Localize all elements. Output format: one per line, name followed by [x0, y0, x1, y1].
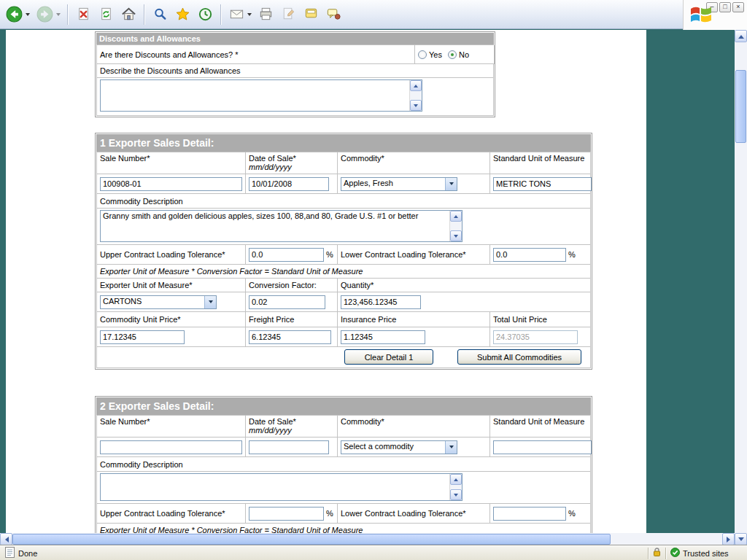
messenger-button[interactable]: [301, 3, 322, 26]
table-row: Sale Number* Date of Sale*mm/dd/yyyy Com…: [97, 416, 591, 438]
page-viewport: Discounts and Allowances Are there Disco…: [0, 30, 735, 533]
mail-button[interactable]: [226, 3, 254, 26]
detail2-sale-number-input[interactable]: [100, 440, 242, 454]
textarea-scrollbar[interactable]: [409, 80, 422, 111]
table-row: [97, 327, 591, 347]
detail2-commodity-description-textarea[interactable]: [100, 473, 462, 501]
textarea-scrollbar[interactable]: [449, 474, 462, 500]
messenger-icon: [303, 6, 320, 23]
toolbar-separator: [144, 4, 145, 25]
stop-button[interactable]: [73, 3, 94, 26]
textarea-scrollbar[interactable]: [449, 211, 462, 241]
forward-button[interactable]: [34, 3, 63, 26]
table-row: Commodity Description: [97, 194, 591, 209]
detail1-commodity-description-textarea[interactable]: Granny smith and golden delicious apples…: [100, 210, 462, 242]
detail2-standard-unit-input[interactable]: [493, 440, 592, 454]
search-button[interactable]: [150, 3, 171, 26]
scroll-down-button[interactable]: [450, 230, 462, 241]
scroll-down-button[interactable]: [735, 533, 747, 545]
table-row: [97, 472, 591, 504]
detail2-commodity-select-value: Select a commodity: [341, 441, 445, 454]
print-icon: [258, 6, 274, 23]
refresh-button[interactable]: [96, 3, 117, 26]
detail1-freight-price-input[interactable]: [249, 330, 331, 344]
detail1-upper-tolerance-input[interactable]: [249, 248, 324, 262]
scroll-up-button[interactable]: [450, 474, 462, 485]
vertical-scroll-thumb[interactable]: [735, 70, 746, 143]
back-dropdown-icon: [26, 13, 30, 16]
detail1-date-of-sale-input[interactable]: [249, 177, 329, 191]
table-row: Exporter Unit of Measure * Conversion Fa…: [97, 265, 591, 279]
discounts-no-radio[interactable]: [448, 50, 457, 59]
page: Discounts and Allowances Are there Disco…: [6, 30, 646, 533]
detail1-standard-unit-input[interactable]: [493, 177, 592, 191]
detail1-exporter-unit-header: Exporter Unit of Measure*: [97, 279, 246, 292]
dropdown-arrow-icon[interactable]: [445, 441, 457, 454]
detail2-conversion-note: Exporter Unit of Measure * Conversion Fa…: [97, 524, 591, 533]
discounts-header: Discounts and Allowances: [96, 33, 494, 44]
horizontal-scrollbar[interactable]: [0, 533, 735, 545]
detail2-date-of-sale-input[interactable]: [249, 440, 329, 454]
detail2-lower-tolerance-input[interactable]: [493, 507, 566, 521]
detail1-commodity-select-value: Apples, Fresh: [341, 178, 445, 190]
restore-button[interactable]: □: [719, 2, 731, 12]
detail2-sale-number-header: Sale Number*: [97, 416, 246, 438]
percent-label: %: [326, 509, 333, 518]
scroll-left-button[interactable]: [0, 533, 12, 545]
scroll-down-button[interactable]: [410, 100, 422, 111]
detail1-commodity-unit-price-input[interactable]: [100, 330, 185, 344]
detail1-sale-number-input[interactable]: [100, 177, 242, 191]
status-done-text: Done: [18, 549, 37, 558]
detail1-commodity-unit-price-header: Commodity Unit Price*: [97, 312, 246, 327]
horizontal-scroll-thumb[interactable]: [12, 534, 611, 545]
detail1-quantity-header: Quantity*: [338, 279, 591, 292]
mail-dropdown-icon: [247, 13, 252, 16]
clear-detail-1-button[interactable]: Clear Detail 1: [344, 349, 433, 365]
detail1-total-unit-price-header: Total Unit Price: [490, 312, 591, 327]
detail2-commodity-select[interactable]: Select a commodity: [341, 440, 457, 454]
trusted-sites-label: Trusted sites: [683, 549, 729, 558]
discuss-button[interactable]: [323, 3, 344, 26]
percent-label: %: [568, 509, 576, 518]
detail1-exporter-unit-select-value: CARTONS: [101, 296, 204, 308]
edit-button[interactable]: [278, 3, 299, 26]
vertical-scrollbar[interactable]: [735, 30, 747, 545]
windows-flag-logo: [689, 4, 713, 26]
discounts-question-label: Are there Discounts and Allowances? *: [97, 45, 415, 64]
detail1-commodity-select[interactable]: Apples, Fresh: [341, 177, 457, 191]
detail1-insurance-price-input[interactable]: [341, 330, 425, 344]
submit-all-commodities-button[interactable]: Submit All Commodities: [457, 349, 581, 365]
discounts-yes-radio[interactable]: [418, 50, 427, 59]
dropdown-arrow-icon[interactable]: [445, 178, 457, 190]
close-button[interactable]: ×: [732, 2, 744, 12]
detail1-exporter-unit-select[interactable]: CARTONS: [100, 295, 217, 309]
print-button[interactable]: [255, 3, 276, 26]
throbber-area: – □ ×: [683, 0, 747, 30]
forward-dropdown-icon: [56, 13, 61, 16]
discounts-description-textarea[interactable]: [100, 79, 422, 112]
scroll-down-button[interactable]: [450, 489, 462, 500]
scroll-up-button[interactable]: [410, 80, 422, 91]
detail2-upper-tolerance-input[interactable]: [249, 507, 324, 521]
detail2-upper-tolerance-label: Upper Contract Loading Tolerance*: [97, 504, 246, 524]
dropdown-arrow-icon[interactable]: [204, 296, 216, 308]
detail1-button-row: Clear Detail 1 Submit All Commodities: [97, 347, 591, 368]
percent-label: %: [568, 250, 576, 259]
history-button[interactable]: [195, 3, 216, 26]
favorites-button[interactable]: [172, 3, 193, 26]
detail1-quantity-input[interactable]: [341, 295, 421, 309]
detail1-lower-tolerance-input[interactable]: [493, 248, 566, 262]
lock-icon: [653, 548, 661, 559]
detail1-conversion-factor-input[interactable]: [249, 295, 325, 309]
scroll-up-button[interactable]: [735, 30, 747, 42]
discounts-no-label: No: [459, 50, 469, 59]
table-row: Apples, Fresh: [97, 174, 591, 194]
scroll-up-button[interactable]: [450, 211, 462, 222]
back-button[interactable]: [3, 3, 32, 26]
detail1-insurance-price-header: Insurance Price: [338, 312, 490, 327]
edit-icon: [280, 6, 297, 23]
mail-icon: [228, 6, 245, 23]
home-button[interactable]: [118, 3, 139, 26]
toolbar-separator: [67, 4, 69, 25]
scroll-right-button[interactable]: [722, 533, 735, 545]
